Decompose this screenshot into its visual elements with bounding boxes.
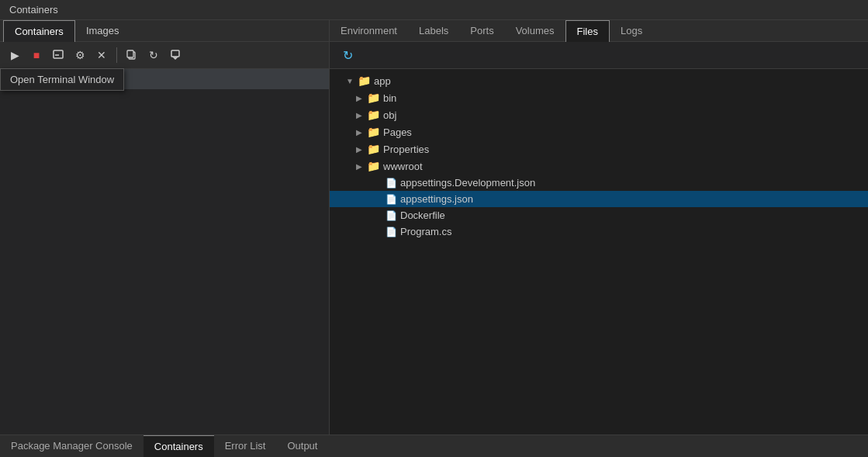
copy-button[interactable]: [122, 45, 142, 65]
tree-item-bin[interactable]: ▶ 📁 bin: [330, 89, 868, 106]
right-panel: Environment Labels Ports Volumes Files L…: [330, 20, 868, 434]
tab-ports[interactable]: Ports: [459, 20, 504, 41]
folder-icon-app: 📁: [358, 74, 371, 87]
start-button[interactable]: ▶: [5, 45, 25, 65]
bottom-tab-bar: Package Manager Console Containers Error…: [0, 434, 868, 457]
folder-icon-properties: 📁: [367, 143, 380, 155]
right-tab-bar: Environment Labels Ports Volumes Files L…: [330, 20, 868, 42]
bottom-tab-package-manager[interactable]: Package Manager Console: [0, 435, 144, 457]
file-icon-appsettings: 📄: [386, 194, 397, 205]
file-icon-appsettings-dev: 📄: [386, 178, 397, 189]
tab-environment[interactable]: Environment: [330, 20, 408, 41]
tab-labels[interactable]: Labels: [408, 20, 459, 41]
file-label-obj: obj: [383, 109, 396, 121]
file-label-properties: Properties: [383, 144, 429, 155]
bottom-tab-error-list[interactable]: Error List: [214, 435, 277, 457]
chevron-obj: ▶: [354, 110, 364, 119]
tab-logs[interactable]: Logs: [610, 20, 653, 41]
settings-button[interactable]: ⚙: [70, 45, 90, 65]
left-panel: Containers Images ▶ ■ ⚙ ✕ ↻ Open Termina…: [0, 20, 330, 434]
folder-icon-obj: 📁: [367, 109, 380, 121]
tab-volumes[interactable]: Volumes: [505, 20, 565, 41]
delete-button[interactable]: ✕: [92, 45, 112, 65]
chevron-bin: ▶: [354, 93, 364, 102]
title-bar: Containers: [0, 0, 868, 20]
main-layout: Containers Images ▶ ■ ⚙ ✕ ↻ Open Termina…: [0, 20, 868, 434]
panel-title: Containers: [9, 4, 58, 16]
chevron-properties: ▶: [354, 144, 364, 154]
stop-button[interactable]: ■: [26, 45, 47, 65]
tree-item-appsettings[interactable]: ▶ 📄 appsettings.json: [330, 191, 868, 207]
file-label-appsettings-dev: appsettings.Development.json: [400, 177, 535, 189]
file-label-bin: bin: [383, 92, 396, 104]
file-label-pages: Pages: [383, 126, 412, 138]
right-toolbar: ↻: [330, 42, 868, 69]
container-list: WebApplication3: [0, 69, 329, 434]
chevron-wwwroot: ▶: [354, 161, 364, 171]
file-icon-dockerfile: 📄: [386, 210, 397, 221]
svg-rect-3: [127, 50, 133, 57]
bottom-tab-containers[interactable]: Containers: [144, 435, 214, 457]
left-toolbar: ▶ ■ ⚙ ✕ ↻ Open Terminal Window: [0, 42, 329, 69]
tab-images[interactable]: Images: [75, 20, 130, 41]
tree-item-app[interactable]: ▼ 📁 app: [330, 72, 868, 89]
file-icon-program-cs: 📄: [386, 227, 397, 237]
file-label-app: app: [374, 75, 391, 87]
left-tab-bar: Containers Images: [0, 20, 329, 42]
toolbar-separator: [116, 47, 117, 63]
folder-icon-pages: 📁: [367, 126, 380, 138]
tooltip-open-terminal: Open Terminal Window: [0, 68, 124, 91]
tree-item-wwwroot[interactable]: ▶ 📁 wwwroot: [330, 158, 868, 175]
folder-icon-bin: 📁: [367, 92, 380, 104]
file-label-dockerfile: Dockerfile: [400, 209, 445, 221]
bottom-tab-output[interactable]: Output: [276, 435, 328, 457]
svg-rect-4: [171, 50, 179, 57]
tree-item-program-cs[interactable]: ▶ 📄 Program.cs: [330, 223, 868, 240]
files-refresh-button[interactable]: ↻: [337, 45, 358, 65]
tab-containers[interactable]: Containers: [3, 20, 75, 42]
tree-item-obj[interactable]: ▶ 📁 obj: [330, 106, 868, 123]
tree-item-properties[interactable]: ▶ 📁 Properties: [330, 140, 868, 158]
folder-icon-wwwroot: 📁: [367, 160, 380, 172]
chevron-pages: ▶: [354, 127, 364, 137]
terminal-button[interactable]: [48, 45, 68, 65]
pull-button[interactable]: [165, 45, 185, 65]
tree-item-pages[interactable]: ▶ 📁 Pages: [330, 123, 868, 140]
tab-files[interactable]: Files: [565, 20, 610, 42]
tree-item-appsettings-dev[interactable]: ▶ 📄 appsettings.Development.json: [330, 175, 868, 191]
chevron-app: ▼: [345, 76, 354, 85]
file-label-appsettings: appsettings.json: [400, 193, 473, 205]
file-label-wwwroot: wwwroot: [383, 161, 423, 172]
svg-rect-0: [54, 50, 63, 58]
refresh-button[interactable]: ↻: [144, 45, 164, 65]
file-label-program-cs: Program.cs: [400, 226, 451, 237]
file-tree: ▼ 📁 app ▶ 📁 bin ▶ 📁 obj ▶: [330, 69, 868, 434]
tree-item-dockerfile[interactable]: ▶ 📄 Dockerfile: [330, 207, 868, 223]
